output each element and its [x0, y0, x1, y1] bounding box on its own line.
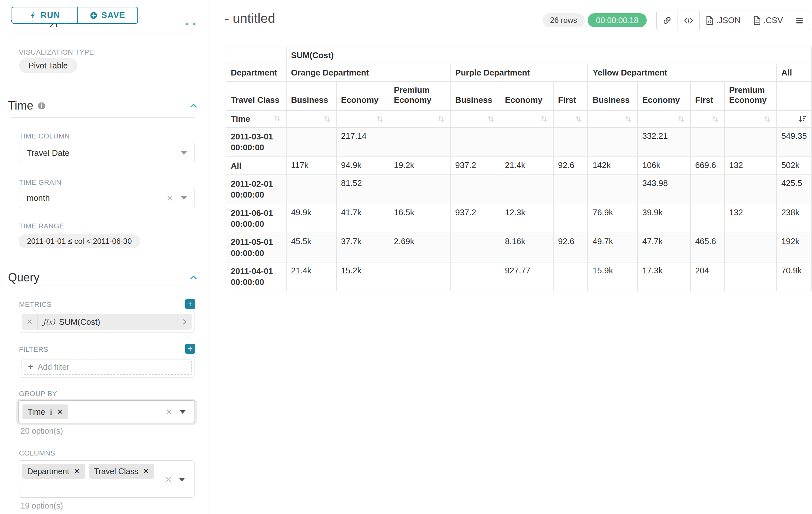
file-json-icon — [706, 16, 714, 25]
time-grain-select[interactable]: month ✕ — [19, 188, 195, 208]
value-cell: 39.9k — [637, 204, 690, 233]
remove-icon[interactable]: ✕ — [143, 467, 149, 476]
panel-divider[interactable] — [209, 0, 209, 514]
sort-icon[interactable] — [273, 114, 282, 123]
travel-class-header: Business — [286, 82, 336, 110]
selected-value-pill[interactable]: Department✕ — [22, 464, 85, 479]
sort-header-cell — [336, 110, 389, 128]
chevron-up-icon — [193, 23, 196, 25]
info-icon: i — [50, 408, 53, 416]
value-cell: 49.7k — [588, 233, 637, 262]
row-axis-header: Time — [226, 110, 286, 128]
travel-class-header — [776, 82, 812, 110]
sort-icon[interactable] — [376, 115, 384, 124]
remove-icon[interactable]: ✕ — [74, 467, 80, 476]
clear-icon[interactable]: ✕ — [166, 194, 173, 202]
sort-icon[interactable] — [540, 115, 549, 124]
value-cell: 17.3k — [637, 262, 690, 291]
caret-down-icon[interactable] — [180, 410, 185, 414]
add-metric-button[interactable]: + — [185, 299, 195, 309]
time-range-pill[interactable]: 2011-01-01 ≤ col < 2011-06-30 — [19, 234, 140, 248]
chevron-right-icon[interactable] — [177, 314, 192, 330]
fx-icon: ƒ(x) — [43, 318, 55, 326]
value-cell — [724, 128, 777, 157]
value-cell: 117k — [286, 157, 336, 175]
travel-class-header: First — [553, 82, 588, 110]
sort-header-cell — [286, 110, 336, 128]
value-cell: 927.77 — [500, 262, 553, 291]
plus-icon: + — [28, 362, 33, 371]
file-csv-icon — [753, 16, 761, 25]
sort-icon[interactable] — [323, 115, 331, 124]
sort-icon[interactable] — [711, 115, 720, 124]
value-cell — [690, 128, 724, 157]
section-divider — [10, 33, 195, 33]
sort-header-cell — [553, 110, 588, 128]
sort-icon[interactable] — [763, 115, 772, 124]
sort-icon[interactable] — [574, 115, 583, 124]
add-filter-button[interactable]: + Add filter — [22, 359, 192, 375]
sort-icon[interactable] — [624, 115, 633, 124]
value-cell: 204 — [690, 262, 724, 291]
group-by-label: GROUP BY — [19, 390, 57, 398]
remove-icon[interactable]: ✕ — [57, 408, 63, 416]
caret-down-icon — [181, 196, 187, 200]
metric-pill[interactable]: ✕ ƒ(x) SUM(Cost) — [22, 314, 192, 330]
travel-class-header: First — [690, 82, 724, 110]
visualization-type-pill[interactable]: Pivot Table — [19, 58, 77, 73]
metric-header: SUM(Cost) — [286, 47, 812, 64]
filters-label: FILTERS — [19, 345, 49, 354]
table-row: 2011-05-01 00:00:0045.5k37.7k2.69k8.16k9… — [226, 233, 812, 262]
remove-metric-icon[interactable]: ✕ — [22, 314, 38, 330]
value-cell: 332.21 — [637, 128, 690, 157]
value-cell — [588, 128, 637, 157]
value-cell: 502k — [776, 157, 812, 175]
menu-button[interactable] — [789, 11, 810, 30]
embed-code-button[interactable] — [677, 11, 699, 30]
time-section-title: Time — [8, 99, 33, 112]
sort-header-cell — [690, 110, 724, 128]
filters-container: + Add filter — [19, 356, 195, 378]
value-cell: 937.2 — [450, 204, 500, 233]
sort-icon[interactable] — [487, 115, 495, 124]
sort-header-cell — [389, 110, 450, 128]
value-cell — [724, 262, 777, 291]
sort-header-cell — [500, 110, 553, 128]
value-cell — [500, 128, 553, 157]
value-cell — [450, 175, 500, 204]
value-cell: 41.7k — [336, 204, 389, 233]
value-cell: 92.6 — [553, 157, 588, 175]
chevron-up-icon[interactable] — [189, 101, 198, 110]
travel-class-header: Economy — [500, 82, 553, 110]
sort-icon[interactable] — [437, 115, 445, 124]
chart-title[interactable]: - untitled — [225, 11, 275, 26]
save-button[interactable]: SAVE — [77, 7, 138, 24]
travel-class-header: Economy — [336, 82, 389, 110]
value-cell: 94.9k — [336, 157, 389, 175]
chevron-up-icon[interactable] — [189, 273, 198, 282]
time-column-select[interactable]: Travel Date — [19, 143, 195, 163]
row-label: 2011-04-01 00:00:00 — [226, 262, 286, 291]
add-filter-plus-button[interactable]: + — [185, 344, 195, 354]
export-csv-button[interactable]: .CSV — [747, 11, 789, 30]
explore-page: Chart Type RUN SAVE VISUALIZATION TYPE P… — [0, 0, 812, 514]
run-button[interactable]: RUN — [11, 7, 78, 24]
caret-down-icon[interactable] — [179, 478, 185, 482]
clear-icon[interactable]: ✕ — [165, 476, 172, 484]
selected-value-pill[interactable]: Travel Class✕ — [89, 464, 154, 479]
sort-icon[interactable] — [677, 115, 686, 124]
value-cell — [500, 175, 553, 204]
menu-icon — [795, 17, 804, 24]
clear-icon[interactable]: ✕ — [166, 408, 173, 416]
table-row: All117k94.9k19.2k937.221.4k92.6142k106k6… — [226, 157, 812, 175]
export-json-button[interactable]: .JSON — [699, 11, 747, 30]
row-count-badge: 26 rows — [543, 13, 585, 27]
time-range-label: TIME RANGE — [19, 222, 64, 230]
value-cell — [389, 262, 450, 291]
copy-link-button[interactable] — [657, 11, 677, 30]
value-cell: 132 — [724, 204, 777, 233]
selected-value-pill[interactable]: Timei✕ — [23, 404, 68, 419]
sort-descending-icon[interactable] — [798, 115, 807, 124]
travel-class-header: Premium Economy — [724, 82, 777, 110]
value-cell — [553, 262, 588, 291]
